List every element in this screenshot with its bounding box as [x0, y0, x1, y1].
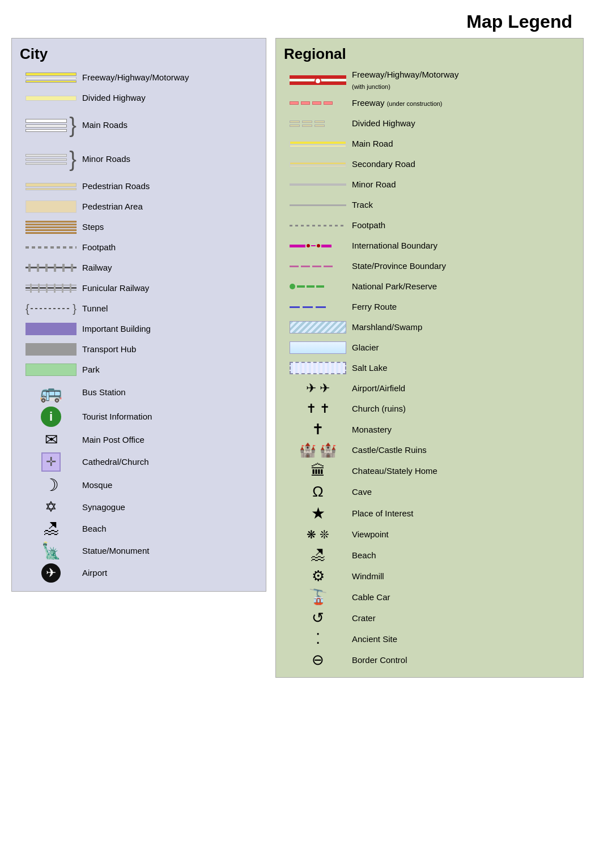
- city-imp-building-row: Important Building: [20, 319, 258, 339]
- city-ped-roads-row: Pedestrian Roads: [20, 176, 258, 196]
- city-footpath-icon: [20, 246, 82, 249]
- city-divided-label: Divided Highway: [82, 92, 146, 104]
- cathedral-box-icon: ✛: [41, 452, 61, 472]
- city-mosque-label: Mosque: [82, 480, 112, 491]
- city-divided-row: Divided Highway: [20, 88, 258, 108]
- reg-cave-icon: Ω: [284, 483, 352, 501]
- city-funicular-icon: [20, 284, 82, 293]
- city-tourist-info-icon: i: [20, 407, 82, 427]
- reg-natpark-icon: [284, 284, 352, 289]
- reg-track-label: Track: [352, 199, 373, 211]
- reg-viewpoint-label: Viewpoint: [352, 529, 389, 540]
- city-steps-row: Steps: [20, 217, 258, 237]
- info-circle-icon: i: [41, 407, 61, 427]
- reg-divided-label: Divided Highway: [352, 118, 415, 129]
- reg-secondary-road-icon: [284, 162, 352, 167]
- reg-crater-label: Crater: [352, 613, 376, 624]
- bus-icon: 🚌: [40, 382, 62, 403]
- city-freeway-label: Freeway/Highway/Motorway: [82, 72, 189, 83]
- reg-footpath-label: Footpath: [352, 220, 385, 231]
- city-funicular-row: Funicular Railway: [20, 278, 258, 298]
- reg-ancient-site-row: ⁚ Ancient Site: [284, 628, 575, 649]
- city-mosque-row: ☽ Mosque: [20, 473, 258, 497]
- reg-windmill-icon: ⚙: [284, 567, 352, 585]
- envelope-icon: ✉: [45, 430, 58, 449]
- reg-natpark-label: National Park/Reserve: [352, 281, 437, 292]
- city-railway-label: Railway: [82, 262, 112, 273]
- reg-intl-boundary-label: International Boundary: [352, 240, 437, 251]
- reg-ferry-label: Ferry Route: [352, 301, 397, 313]
- reg-state-boundary-label: State/Province Boundary: [352, 260, 446, 272]
- reg-castle-label: Castle/Castle Ruins: [352, 444, 427, 456]
- cross-icon: ✝ ✝: [306, 401, 330, 416]
- city-post-office-icon: ✉: [20, 430, 82, 449]
- windmill-icon: ⚙: [312, 567, 325, 585]
- reg-church-icon: ✝ ✝: [284, 401, 352, 416]
- ancient-site-icon: ⁚: [316, 630, 320, 648]
- reg-border-control-label: Border Control: [352, 655, 407, 666]
- monument-icon: 🗽: [41, 541, 61, 560]
- reg-marshland-label: Marshland/Swamp: [352, 322, 422, 333]
- reg-freeway-icon: [284, 75, 352, 85]
- city-transport-hub-row: Transport Hub: [20, 339, 258, 360]
- reg-ferry-row: Ferry Route: [284, 297, 575, 317]
- reg-beach-label: Beach: [352, 550, 376, 561]
- city-tourist-info-row: i Tourist Information: [20, 405, 258, 429]
- reg-saltlake-icon: [284, 362, 352, 374]
- reg-church-label: Church (ruins): [352, 403, 406, 414]
- crater-icon: ↺: [312, 609, 324, 627]
- viewpoint-icon: ❋ ❊: [307, 528, 329, 541]
- reg-secondary-road-label: Secondary Road: [352, 159, 415, 170]
- city-ped-roads-icon: [20, 183, 82, 190]
- beach-umbrella-icon: 🏖: [43, 519, 59, 538]
- reg-freeway-label: Freeway/Highway/Motorway(with junction): [352, 69, 458, 91]
- city-cathedral-icon: ✛: [20, 452, 82, 472]
- reg-freeway-uc-icon: [284, 101, 352, 105]
- reg-freeway-uc-label: Freeway (under construction): [352, 97, 443, 109]
- reg-border-control-icon: ⊖: [284, 651, 352, 669]
- reg-intl-boundary-row: International Boundary: [284, 236, 575, 256]
- cave-icon: Ω: [312, 483, 323, 501]
- city-bus-station-label: Bus Station: [82, 387, 126, 398]
- reg-glacier-icon: [284, 341, 352, 354]
- reg-beach-row: 🏖 Beach: [284, 545, 575, 566]
- reg-cave-label: Cave: [352, 486, 372, 498]
- reg-castle-icon: 🏰 🏰: [284, 442, 352, 458]
- reg-marshland-row: Marshland/Swamp: [284, 317, 575, 337]
- city-transport-hub-label: Transport Hub: [82, 344, 136, 355]
- city-main-roads-label: Main Roads: [82, 119, 128, 131]
- cable-car-icon: 🚡: [309, 588, 327, 606]
- city-ped-area-icon: [20, 200, 82, 213]
- city-ped-roads-label: Pedestrian Roads: [82, 181, 150, 192]
- city-transport-hub-icon: [20, 343, 82, 356]
- reg-minor-road-icon: [284, 183, 352, 186]
- city-ped-area-row: Pedestrian Area: [20, 196, 258, 217]
- reg-poi-label: Place of Interest: [352, 508, 413, 519]
- crescent-icon: ☽: [44, 475, 59, 495]
- reg-windmill-label: Windmill: [352, 571, 384, 582]
- city-freeway-icon: [20, 72, 82, 83]
- reg-footpath-row: Footpath: [284, 215, 575, 236]
- airport-circle-icon: ✈: [41, 563, 61, 583]
- city-steps-icon: [20, 221, 82, 234]
- reg-freeway-uc-row: Freeway (under construction): [284, 93, 575, 113]
- reg-monastery-row: ✝ Monastery: [284, 419, 575, 440]
- reg-glacier-label: Glacier: [352, 342, 379, 353]
- city-footpath-label: Footpath: [82, 242, 116, 253]
- reg-airport-icon: ✈ ✈: [284, 381, 352, 396]
- reg-monastery-icon: ✝: [284, 421, 352, 438]
- reg-glacier-row: Glacier: [284, 337, 575, 358]
- reg-viewpoint-icon: ❋ ❊: [284, 528, 352, 541]
- chateau-icon: 🏛: [311, 462, 325, 480]
- reg-airport-row: ✈ ✈ Airport/Airfield: [284, 378, 575, 399]
- city-divided-icon: [20, 96, 82, 101]
- reg-monastery-label: Monastery: [352, 424, 392, 435]
- city-imp-building-label: Important Building: [82, 323, 151, 335]
- city-statue-row: 🗽 Statue/Monument: [20, 540, 258, 562]
- city-tunnel-row: { } Tunnel: [20, 298, 258, 319]
- reg-border-control-row: ⊖ Border Control: [284, 649, 575, 670]
- reg-crater-icon: ↺: [284, 609, 352, 627]
- city-beach-icon: 🏖: [20, 519, 82, 538]
- regional-panel: Regional Freeway/Highway/Motorway(with j…: [275, 38, 584, 678]
- city-freeway-row: Freeway/Highway/Motorway: [20, 67, 258, 88]
